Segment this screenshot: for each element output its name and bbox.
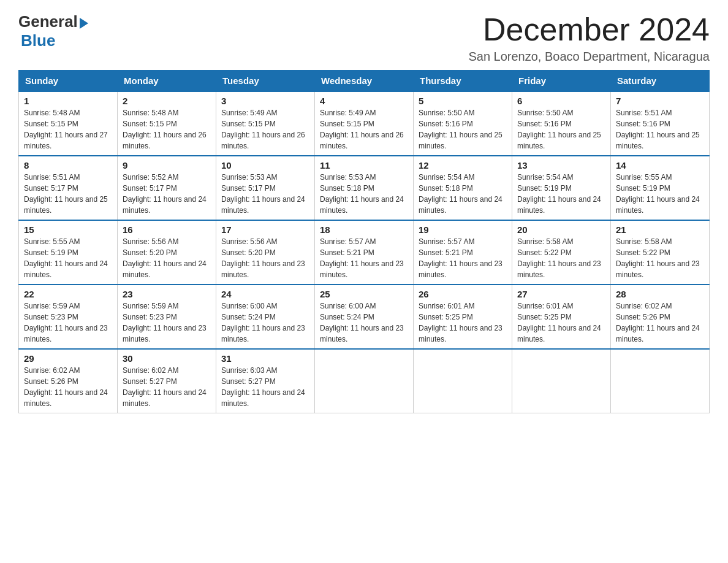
day-number: 9 bbox=[123, 160, 211, 170]
calendar-cell: 16 Sunrise: 5:56 AMSunset: 5:20 PMDaylig… bbox=[118, 220, 216, 285]
day-number: 6 bbox=[517, 96, 605, 106]
day-header-friday: Friday bbox=[512, 71, 611, 92]
day-number: 28 bbox=[616, 289, 704, 299]
calendar-cell: 4 Sunrise: 5:49 AMSunset: 5:15 PMDayligh… bbox=[315, 91, 414, 156]
calendar-cell: 22 Sunrise: 5:59 AMSunset: 5:23 PMDaylig… bbox=[19, 285, 118, 349]
day-number: 5 bbox=[419, 96, 507, 106]
title-block: December 2024 San Lorenzo, Boaco Departm… bbox=[468, 12, 710, 64]
day-header-thursday: Thursday bbox=[414, 71, 512, 92]
day-number: 23 bbox=[123, 289, 211, 299]
day-detail: Sunrise: 5:51 AMSunset: 5:17 PMDaylight:… bbox=[24, 173, 108, 215]
day-number: 17 bbox=[221, 224, 309, 235]
day-number: 8 bbox=[24, 160, 112, 170]
calendar-cell: 1 Sunrise: 5:48 AMSunset: 5:15 PMDayligh… bbox=[19, 91, 118, 156]
logo: General Blue bbox=[18, 12, 88, 50]
day-number: 20 bbox=[517, 224, 605, 235]
day-header-tuesday: Tuesday bbox=[216, 71, 315, 92]
day-number: 19 bbox=[419, 224, 507, 235]
calendar-cell: 5 Sunrise: 5:50 AMSunset: 5:16 PMDayligh… bbox=[414, 91, 512, 156]
calendar-cell: 20 Sunrise: 5:58 AMSunset: 5:22 PMDaylig… bbox=[512, 220, 611, 285]
logo-blue-text: Blue bbox=[21, 31, 55, 50]
calendar-cell: 6 Sunrise: 5:50 AMSunset: 5:16 PMDayligh… bbox=[512, 91, 611, 156]
calendar-cell: 18 Sunrise: 5:57 AMSunset: 5:21 PMDaylig… bbox=[315, 220, 414, 285]
day-detail: Sunrise: 5:53 AMSunset: 5:17 PMDaylight:… bbox=[221, 173, 305, 215]
calendar-week-row: 29 Sunrise: 6:02 AMSunset: 5:26 PMDaylig… bbox=[19, 349, 710, 413]
location-title: San Lorenzo, Boaco Department, Nicaragua bbox=[468, 50, 710, 64]
calendar-cell: 31 Sunrise: 6:03 AMSunset: 5:27 PMDaylig… bbox=[216, 349, 315, 413]
day-number: 15 bbox=[24, 224, 112, 235]
day-detail: Sunrise: 5:56 AMSunset: 5:20 PMDaylight:… bbox=[123, 237, 207, 279]
day-detail: Sunrise: 6:02 AMSunset: 5:27 PMDaylight:… bbox=[123, 366, 207, 408]
day-number: 25 bbox=[320, 289, 408, 299]
calendar-header-row: SundayMondayTuesdayWednesdayThursdayFrid… bbox=[19, 71, 710, 92]
day-detail: Sunrise: 6:02 AMSunset: 5:26 PMDaylight:… bbox=[24, 366, 108, 408]
calendar-cell: 29 Sunrise: 6:02 AMSunset: 5:26 PMDaylig… bbox=[19, 349, 118, 413]
day-number: 7 bbox=[616, 96, 704, 106]
day-header-wednesday: Wednesday bbox=[315, 71, 414, 92]
calendar-cell bbox=[414, 349, 512, 413]
day-number: 14 bbox=[616, 160, 704, 170]
calendar-cell: 15 Sunrise: 5:55 AMSunset: 5:19 PMDaylig… bbox=[19, 220, 118, 285]
day-detail: Sunrise: 5:54 AMSunset: 5:18 PMDaylight:… bbox=[419, 173, 502, 215]
calendar-cell: 12 Sunrise: 5:54 AMSunset: 5:18 PMDaylig… bbox=[414, 156, 512, 220]
calendar-cell: 23 Sunrise: 5:59 AMSunset: 5:23 PMDaylig… bbox=[118, 285, 216, 349]
day-detail: Sunrise: 5:48 AMSunset: 5:15 PMDaylight:… bbox=[24, 109, 108, 150]
calendar-cell: 21 Sunrise: 5:58 AMSunset: 5:22 PMDaylig… bbox=[611, 220, 710, 285]
calendar-cell bbox=[315, 349, 414, 413]
day-detail: Sunrise: 5:58 AMSunset: 5:22 PMDaylight:… bbox=[616, 237, 700, 279]
calendar-cell: 24 Sunrise: 6:00 AMSunset: 5:24 PMDaylig… bbox=[216, 285, 315, 349]
calendar-cell: 17 Sunrise: 5:56 AMSunset: 5:20 PMDaylig… bbox=[216, 220, 315, 285]
day-detail: Sunrise: 5:54 AMSunset: 5:19 PMDaylight:… bbox=[517, 173, 601, 215]
calendar-cell: 9 Sunrise: 5:52 AMSunset: 5:17 PMDayligh… bbox=[118, 156, 216, 220]
page-header: General Blue December 2024 San Lorenzo, … bbox=[18, 12, 710, 64]
day-number: 12 bbox=[419, 160, 507, 170]
day-number: 24 bbox=[221, 289, 309, 299]
calendar-cell bbox=[512, 349, 611, 413]
day-detail: Sunrise: 6:03 AMSunset: 5:27 PMDaylight:… bbox=[221, 366, 305, 408]
day-number: 13 bbox=[517, 160, 605, 170]
day-detail: Sunrise: 5:58 AMSunset: 5:22 PMDaylight:… bbox=[517, 237, 601, 279]
day-detail: Sunrise: 5:50 AMSunset: 5:16 PMDaylight:… bbox=[517, 109, 601, 150]
calendar-week-row: 15 Sunrise: 5:55 AMSunset: 5:19 PMDaylig… bbox=[19, 220, 710, 285]
calendar-cell: 7 Sunrise: 5:51 AMSunset: 5:16 PMDayligh… bbox=[611, 91, 710, 156]
day-header-saturday: Saturday bbox=[611, 71, 710, 92]
day-detail: Sunrise: 5:52 AMSunset: 5:17 PMDaylight:… bbox=[123, 173, 207, 215]
calendar-cell: 19 Sunrise: 5:57 AMSunset: 5:21 PMDaylig… bbox=[414, 220, 512, 285]
calendar-cell bbox=[611, 349, 710, 413]
calendar-cell: 10 Sunrise: 5:53 AMSunset: 5:17 PMDaylig… bbox=[216, 156, 315, 220]
calendar-cell: 8 Sunrise: 5:51 AMSunset: 5:17 PMDayligh… bbox=[19, 156, 118, 220]
day-header-monday: Monday bbox=[118, 71, 216, 92]
day-number: 11 bbox=[320, 160, 408, 170]
day-detail: Sunrise: 6:00 AMSunset: 5:24 PMDaylight:… bbox=[221, 302, 305, 343]
calendar-table: SundayMondayTuesdayWednesdayThursdayFrid… bbox=[18, 70, 710, 413]
month-title: December 2024 bbox=[468, 12, 710, 47]
calendar-cell: 26 Sunrise: 6:01 AMSunset: 5:25 PMDaylig… bbox=[414, 285, 512, 349]
day-detail: Sunrise: 5:56 AMSunset: 5:20 PMDaylight:… bbox=[221, 237, 305, 279]
logo-general-text: General bbox=[18, 12, 78, 31]
day-detail: Sunrise: 5:57 AMSunset: 5:21 PMDaylight:… bbox=[419, 237, 502, 279]
day-number: 2 bbox=[123, 96, 211, 106]
calendar-cell: 30 Sunrise: 6:02 AMSunset: 5:27 PMDaylig… bbox=[118, 349, 216, 413]
calendar-cell: 11 Sunrise: 5:53 AMSunset: 5:18 PMDaylig… bbox=[315, 156, 414, 220]
day-number: 18 bbox=[320, 224, 408, 235]
calendar-week-row: 8 Sunrise: 5:51 AMSunset: 5:17 PMDayligh… bbox=[19, 156, 710, 220]
day-detail: Sunrise: 6:02 AMSunset: 5:26 PMDaylight:… bbox=[616, 302, 700, 343]
day-detail: Sunrise: 5:48 AMSunset: 5:15 PMDaylight:… bbox=[123, 109, 207, 150]
day-detail: Sunrise: 5:53 AMSunset: 5:18 PMDaylight:… bbox=[320, 173, 404, 215]
calendar-cell: 13 Sunrise: 5:54 AMSunset: 5:19 PMDaylig… bbox=[512, 156, 611, 220]
day-header-sunday: Sunday bbox=[19, 71, 118, 92]
day-detail: Sunrise: 6:00 AMSunset: 5:24 PMDaylight:… bbox=[320, 302, 404, 343]
day-detail: Sunrise: 5:51 AMSunset: 5:16 PMDaylight:… bbox=[616, 109, 700, 150]
calendar-cell: 3 Sunrise: 5:49 AMSunset: 5:15 PMDayligh… bbox=[216, 91, 315, 156]
calendar-cell: 2 Sunrise: 5:48 AMSunset: 5:15 PMDayligh… bbox=[118, 91, 216, 156]
day-number: 3 bbox=[221, 96, 309, 106]
day-detail: Sunrise: 6:01 AMSunset: 5:25 PMDaylight:… bbox=[419, 302, 502, 343]
day-number: 31 bbox=[221, 353, 309, 364]
day-detail: Sunrise: 5:59 AMSunset: 5:23 PMDaylight:… bbox=[123, 302, 207, 343]
calendar-cell: 25 Sunrise: 6:00 AMSunset: 5:24 PMDaylig… bbox=[315, 285, 414, 349]
day-number: 27 bbox=[517, 289, 605, 299]
calendar-week-row: 1 Sunrise: 5:48 AMSunset: 5:15 PMDayligh… bbox=[19, 91, 710, 156]
day-number: 29 bbox=[24, 353, 112, 364]
day-number: 1 bbox=[24, 96, 112, 106]
day-detail: Sunrise: 5:55 AMSunset: 5:19 PMDaylight:… bbox=[24, 237, 108, 279]
